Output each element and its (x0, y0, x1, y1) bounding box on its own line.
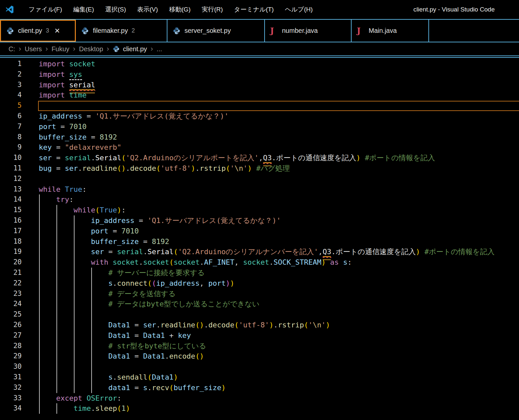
code-token: rstrip (200, 164, 226, 172)
code-token: () (195, 352, 204, 360)
line-number: 23 (0, 289, 39, 299)
code-token: ) (191, 164, 195, 172)
menu-item-7[interactable]: ヘルプ(H) (279, 3, 318, 16)
code-line[interactable]: 34 time.sleep(1) (0, 403, 519, 414)
menu-item-6[interactable]: ターミナル(T) (228, 3, 279, 16)
breadcrumb-item[interactable]: Desktop (79, 45, 103, 53)
python-file-icon (6, 27, 14, 35)
indent-guide (39, 205, 40, 215)
breadcrumb-item[interactable]: Fukuy (52, 45, 69, 53)
current-line-highlight (38, 101, 519, 111)
code-token (39, 290, 108, 298)
code-line[interactable]: 5 (0, 100, 519, 111)
code-line[interactable]: 18 buffer_size = 8192 (0, 236, 519, 247)
code-token: : (121, 206, 126, 214)
breadcrumb-item[interactable]: Users (25, 45, 42, 53)
code-line[interactable]: 20 with socket.socket(socket.AF_INET, so… (0, 257, 519, 268)
code-line[interactable]: 7port = 7010 (0, 122, 519, 132)
line-number: 29 (0, 351, 39, 362)
code-content (39, 362, 519, 372)
code-token (39, 216, 91, 225)
code-line[interactable]: 17 port = 7010 (0, 226, 519, 236)
tab-Main.java[interactable]: JMain.java (352, 20, 429, 42)
tab-number.java[interactable]: Jnumber.java (265, 20, 352, 42)
code-line[interactable]: 16 ip_address = 'Q1.サーバアドレス(覚えてるかな？)' (0, 215, 519, 226)
code-line[interactable]: 28 # str型をbyte型にしている (0, 341, 519, 351)
code-token: connect (117, 279, 147, 287)
code-line[interactable]: 32 data1 = s.recv(buffer_size) (0, 383, 519, 393)
code-content: port = 7010 (39, 226, 519, 236)
menu-item-5[interactable]: 実行(R) (196, 3, 228, 16)
code-token: ) (321, 258, 326, 266)
code-content: port = 7010 (39, 122, 519, 132)
code-editor[interactable]: 1import socket2import sys3import serial4… (0, 58, 519, 414)
code-token: import (39, 91, 65, 99)
breadcrumb-file[interactable]: client.py (113, 45, 147, 53)
menu-item-2[interactable]: 選択(S) (99, 3, 131, 16)
menu-item-3[interactable]: 表示(V) (132, 3, 163, 16)
code-line[interactable]: 25 (0, 309, 519, 320)
code-line[interactable]: 33 except OSError: (0, 393, 519, 404)
code-token: . (156, 321, 161, 329)
code-line[interactable]: 27 Data1 = Data1 + key (0, 330, 519, 341)
code-token: with (91, 258, 108, 266)
code-token: = (130, 352, 143, 360)
tab-server_soket.py[interactable]: server_soket.py (167, 20, 265, 42)
code-token: sys (69, 70, 82, 80)
code-line[interactable]: 6ip_address = 'Q1.サーバアドレス(覚えてるかな？)' (0, 111, 519, 122)
code-line[interactable]: 31 s.sendall(Data1) (0, 372, 519, 383)
code-line[interactable]: 21 # サーバーに接続を要求する (0, 268, 519, 278)
code-content: # サーバーに接続を要求する (39, 268, 519, 278)
menu-item-1[interactable]: 編集(E) (68, 3, 99, 16)
code-line[interactable]: 23 # データを送信する (0, 289, 519, 299)
code-line[interactable]: 29 Data1 = Data1.encode() (0, 351, 519, 362)
indent-guide (74, 268, 75, 278)
code-token: recv (152, 384, 169, 392)
line-number: 1 (0, 59, 39, 69)
tab-client.py[interactable]: client.py3✕ (0, 20, 76, 42)
python-file-icon (173, 27, 181, 35)
indent-guide (56, 372, 57, 383)
breadcrumb-item[interactable]: C: (9, 45, 15, 53)
code-line[interactable]: 24 # データはbyte型でしか送ることができない (0, 299, 519, 309)
code-token: ' (308, 321, 313, 329)
code-line[interactable]: 26 Data1 = ser.readline().decode('utf-8'… (0, 320, 519, 330)
code-token: () (117, 164, 126, 172)
menu-item-4[interactable]: 移動(G) (163, 3, 196, 16)
code-line[interactable]: 14 try: (0, 194, 519, 205)
tab-filemaker.py[interactable]: filemaker.py2 (76, 20, 167, 42)
code-token: . (91, 404, 95, 412)
line-number: 6 (0, 111, 39, 122)
tab-close-icon[interactable]: ✕ (54, 27, 60, 35)
code-line[interactable]: 30 (0, 362, 519, 372)
code-line[interactable]: 1import socket (0, 59, 519, 69)
code-line[interactable]: 9key = "delaxreverb" (0, 142, 519, 153)
menu-item-0[interactable]: ファイル(F) (23, 3, 68, 16)
line-number: 4 (0, 90, 39, 100)
code-token (326, 258, 330, 266)
line-number: 31 (0, 372, 39, 383)
code-line[interactable]: 2import sys (0, 69, 519, 80)
breadcrumb-separator-icon: › (19, 45, 21, 53)
code-line[interactable]: 3import serial (0, 80, 519, 90)
code-token: sleep (95, 404, 117, 412)
code-line[interactable]: 22 s.connect((ip_address, port)) (0, 278, 519, 289)
java-file-icon: J (270, 27, 278, 35)
code-line[interactable]: 13while True: (0, 184, 519, 195)
code-line[interactable]: 15 while(True): (0, 205, 519, 215)
code-token: . (269, 258, 273, 266)
code-line[interactable]: 4import time (0, 90, 519, 100)
breadcrumb-more[interactable]: ... (157, 45, 162, 53)
code-line[interactable]: 10ser = serial.Serial('Q2.Arduinoのシリアルポー… (0, 153, 519, 163)
code-line[interactable]: 19 ser = serial.Serial('Q2.Arduinoのシリアルナ… (0, 247, 519, 257)
code-token: 8192 (99, 133, 117, 141)
code-line[interactable]: 12 (0, 174, 519, 184)
code-token: . (113, 279, 117, 287)
breadcrumb-separator-icon: › (107, 45, 109, 53)
code-line[interactable]: 11bug = ser.readline().decode('utf-8').r… (0, 163, 519, 174)
indent-guide (39, 268, 40, 278)
code-token: Data1 (108, 352, 130, 360)
code-line[interactable]: 8buffer_size = 8192 (0, 132, 519, 143)
code-token: 7010 (69, 122, 87, 131)
code-content: import sys (39, 69, 519, 80)
